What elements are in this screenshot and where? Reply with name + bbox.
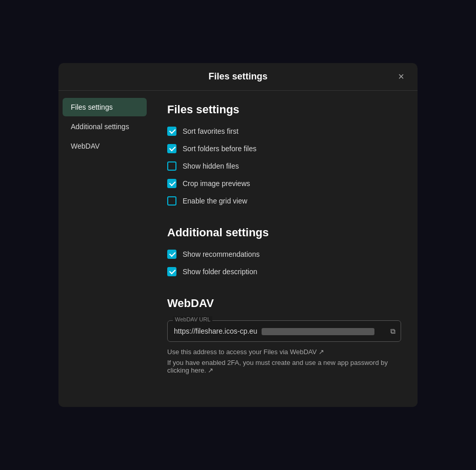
show-recommendations-item[interactable]: Show recommendations	[167, 250, 401, 259]
show-recommendations-checkbox[interactable]	[167, 250, 176, 259]
main-content: Files settings Sort favorites first Sort…	[151, 91, 418, 407]
sort-favorites-checkbox[interactable]	[167, 127, 176, 136]
files-settings-title: Files settings	[167, 103, 401, 116]
show-folder-desc-label: Show folder description	[183, 268, 257, 276]
webdav-url-container: WebDAV URL https://fileshare.icos-cp.eu …	[167, 320, 401, 342]
webdav-url-value: https://fileshare.icos-cp.eu	[174, 327, 380, 335]
sidebar: Files settings Additional settings WebDA…	[58, 91, 151, 407]
sort-favorites-label: Sort favorites first	[183, 127, 239, 135]
files-settings-section: Files settings Sort favorites first Sort…	[167, 103, 401, 206]
sort-folders-label: Sort folders before files	[183, 145, 256, 153]
webdav-hint-2: If you have enabled 2FA, you must create…	[167, 359, 401, 374]
sort-folders-checkbox[interactable]	[167, 144, 176, 153]
enable-grid-checkbox[interactable]	[167, 196, 176, 206]
crop-image-label: Crop image previews	[183, 179, 250, 188]
enable-grid-label: Enable the grid view	[183, 197, 247, 205]
files-settings-modal: Files settings × Files settings Addition…	[58, 63, 418, 407]
enable-grid-item[interactable]: Enable the grid view	[167, 196, 401, 206]
sort-favorites-item[interactable]: Sort favorites first	[167, 127, 401, 136]
show-folder-desc-checkbox[interactable]	[167, 267, 176, 276]
sidebar-item-files-settings[interactable]: Files settings	[63, 98, 147, 116]
show-hidden-label: Show hidden files	[183, 162, 239, 170]
crop-image-checkbox[interactable]	[167, 179, 176, 188]
webdav-section: WebDAV WebDAV URL https://fileshare.icos…	[167, 297, 401, 374]
modal-overlay: Files settings × Files settings Addition…	[0, 0, 476, 470]
modal-title: Files settings	[208, 71, 267, 82]
show-hidden-checkbox[interactable]	[167, 161, 176, 171]
webdav-url-masked	[262, 328, 374, 335]
webdav-title: WebDAV	[167, 297, 401, 310]
close-button[interactable]: ×	[393, 68, 409, 85]
modal-body: Files settings Additional settings WebDA…	[58, 91, 418, 407]
additional-settings-section: Additional settings Show recommendations…	[167, 226, 401, 276]
additional-settings-title: Additional settings	[167, 226, 401, 239]
sidebar-item-additional-settings[interactable]: Additional settings	[63, 117, 147, 136]
webdav-hint-1: Use this address to access your Files vi…	[167, 348, 401, 356]
crop-image-item[interactable]: Crop image previews	[167, 179, 401, 188]
modal-header: Files settings ×	[58, 63, 418, 91]
sidebar-item-webdav[interactable]: WebDAV	[63, 137, 147, 155]
show-folder-desc-item[interactable]: Show folder description	[167, 267, 401, 276]
show-hidden-item[interactable]: Show hidden files	[167, 161, 401, 171]
sort-folders-item[interactable]: Sort folders before files	[167, 144, 401, 153]
webdav-url-label: WebDAV URL	[173, 316, 212, 322]
show-recommendations-label: Show recommendations	[183, 250, 260, 258]
copy-icon[interactable]: ⧉	[390, 326, 395, 335]
